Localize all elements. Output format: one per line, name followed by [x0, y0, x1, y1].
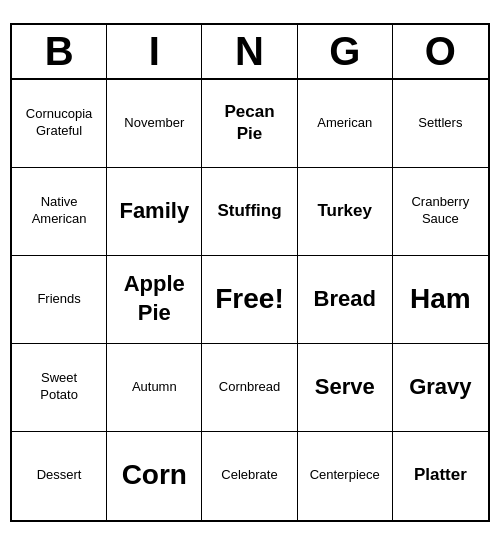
bingo-cell: Family — [107, 168, 202, 256]
bingo-cell: Stuffing — [202, 168, 297, 256]
cell-text: Settlers — [418, 115, 462, 132]
bingo-cell: American — [298, 80, 393, 168]
cell-text: Celebrate — [221, 467, 277, 484]
cell-text: Cranberry Sauce — [411, 194, 469, 228]
bingo-cell: Cornucopia Grateful — [12, 80, 107, 168]
bingo-header: BINGO — [12, 25, 488, 80]
cell-text: Friends — [37, 291, 80, 308]
header-letter: B — [12, 25, 107, 78]
bingo-cell: Dessert — [12, 432, 107, 520]
header-letter: O — [393, 25, 488, 78]
bingo-cell: Apple Pie — [107, 256, 202, 344]
cell-text: Cornbread — [219, 379, 280, 396]
bingo-cell: Celebrate — [202, 432, 297, 520]
bingo-cell: Platter — [393, 432, 488, 520]
cell-text: Ham — [410, 281, 471, 317]
cell-text: Gravy — [409, 373, 471, 402]
bingo-cell: Centerpiece — [298, 432, 393, 520]
bingo-cell: Cranberry Sauce — [393, 168, 488, 256]
cell-text: Apple Pie — [124, 270, 185, 327]
bingo-cell: Bread — [298, 256, 393, 344]
cell-text: Cornucopia Grateful — [26, 106, 93, 140]
bingo-cell: Friends — [12, 256, 107, 344]
cell-text: Corn — [122, 457, 187, 493]
bingo-cell: Corn — [107, 432, 202, 520]
bingo-cell: Cornbread — [202, 344, 297, 432]
cell-text: Family — [119, 197, 189, 226]
cell-text: Free! — [215, 281, 283, 317]
bingo-cell: Pecan Pie — [202, 80, 297, 168]
cell-text: Sweet Potato — [40, 370, 78, 404]
cell-text: Dessert — [37, 467, 82, 484]
cell-text: Serve — [315, 373, 375, 402]
cell-text: Platter — [414, 464, 467, 486]
bingo-cell: Serve — [298, 344, 393, 432]
bingo-cell: Autumn — [107, 344, 202, 432]
cell-text: Autumn — [132, 379, 177, 396]
header-letter: N — [202, 25, 297, 78]
header-letter: G — [298, 25, 393, 78]
bingo-cell: Settlers — [393, 80, 488, 168]
cell-text: Stuffing — [217, 200, 281, 222]
cell-text: Turkey — [317, 200, 372, 222]
bingo-cell: Turkey — [298, 168, 393, 256]
bingo-card: BINGO Cornucopia GratefulNovemberPecan P… — [10, 23, 490, 522]
bingo-cell: Free! — [202, 256, 297, 344]
cell-text: Bread — [314, 285, 376, 314]
bingo-cell: Ham — [393, 256, 488, 344]
cell-text: American — [317, 115, 372, 132]
bingo-cell: November — [107, 80, 202, 168]
cell-text: Native American — [32, 194, 87, 228]
bingo-cell: Gravy — [393, 344, 488, 432]
cell-text: Centerpiece — [310, 467, 380, 484]
bingo-cell: Sweet Potato — [12, 344, 107, 432]
cell-text: Pecan Pie — [224, 101, 274, 145]
bingo-grid: Cornucopia GratefulNovemberPecan PieAmer… — [12, 80, 488, 520]
cell-text: November — [124, 115, 184, 132]
bingo-cell: Native American — [12, 168, 107, 256]
header-letter: I — [107, 25, 202, 78]
